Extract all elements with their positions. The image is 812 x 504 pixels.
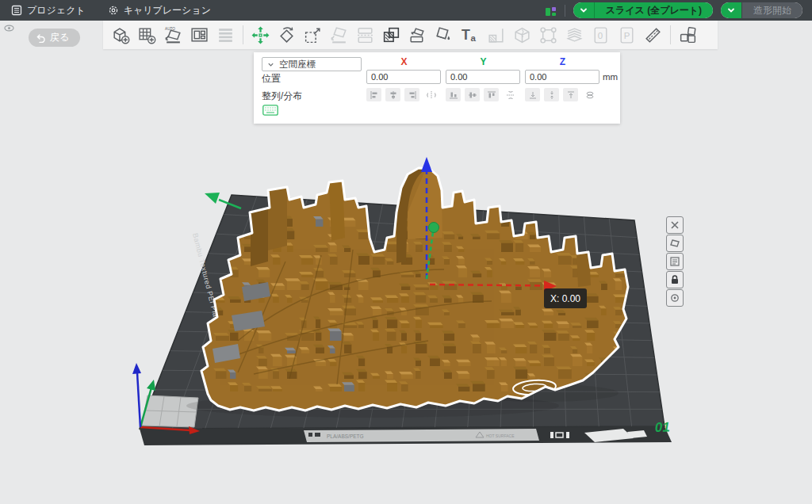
- plate-render-icon: [669, 292, 680, 304]
- position-y-input[interactable]: [446, 70, 520, 84]
- object-list-icon: [216, 25, 236, 45]
- variable-layer-height-icon: [565, 25, 584, 45]
- slice-dropdown-chevron[interactable]: [573, 2, 594, 18]
- menu-project[interactable]: プロジェクト: [0, 0, 97, 21]
- add-model-button[interactable]: [108, 23, 134, 47]
- slice-button[interactable]: スライス (全プレート): [573, 2, 713, 18]
- unit-label: mm: [603, 72, 618, 82]
- align-right-button[interactable]: [404, 88, 419, 101]
- add-plate-icon: [137, 25, 157, 45]
- rotate-button[interactable]: [274, 23, 300, 47]
- seam-paint-button[interactable]: [535, 23, 561, 47]
- flip-x-button[interactable]: [423, 88, 439, 101]
- doc-0-button[interactable]: 0: [588, 23, 614, 47]
- align-group-x: [366, 88, 439, 101]
- flip-x-icon: [427, 90, 436, 100]
- view-eye-button[interactable]: [2, 23, 15, 36]
- toolbar-divider: [243, 25, 243, 44]
- header-bar: プロジェクト キャリブレーション スライス (全プレート) 造形開始: [0, 0, 812, 21]
- text-tool-button[interactable]: Ta: [457, 23, 483, 47]
- lay-on-face-button[interactable]: [326, 23, 352, 47]
- assembly-icon: [678, 25, 698, 45]
- lock-icon: [669, 274, 680, 285]
- assembly-button[interactable]: [675, 23, 701, 47]
- text-tool-icon: Ta: [460, 25, 480, 45]
- align-front-button[interactable]: [446, 88, 461, 101]
- align-center-x-button[interactable]: [385, 88, 400, 101]
- chevron-down-icon: [267, 61, 274, 68]
- arrange-button[interactable]: [186, 23, 213, 47]
- calibration-icon: [108, 5, 119, 16]
- split-to-parts-button[interactable]: [509, 23, 535, 47]
- delete-plate-button[interactable]: [666, 216, 684, 234]
- back-button-label: 戻る: [50, 31, 69, 44]
- back-button[interactable]: 戻る: [29, 29, 80, 47]
- flip-y-button[interactable]: [503, 88, 518, 101]
- axis-header-z: Z: [525, 56, 600, 67]
- split-to-parts-icon: [512, 25, 532, 45]
- plate-status-icon[interactable]: [545, 5, 557, 17]
- gizmo-z-arrowhead[interactable]: [421, 157, 432, 172]
- align-left-button[interactable]: [366, 88, 381, 101]
- split-to-plates-button[interactable]: [352, 23, 378, 47]
- auto-orient-button[interactable]: AUTO: [160, 23, 186, 47]
- rotate-icon: [277, 25, 297, 45]
- align-back-button[interactable]: [484, 88, 499, 101]
- position-x-input[interactable]: [366, 70, 441, 84]
- modifier-icon: [486, 25, 506, 45]
- measure-button[interactable]: [640, 23, 666, 47]
- print-button[interactable]: 造形開始: [721, 2, 802, 18]
- flip-z-button[interactable]: [582, 88, 597, 101]
- svg-text:T: T: [462, 26, 470, 42]
- support-paint-icon: [408, 25, 427, 45]
- svg-text:0: 0: [598, 31, 603, 40]
- gizmo-y-back-arrowhead[interactable]: [205, 193, 220, 204]
- axis-header-x: X: [366, 56, 442, 67]
- align-center-x-icon: [389, 90, 398, 100]
- axis-header-y: Y: [446, 56, 521, 67]
- plate-strip-warning: HOT SURFACE: [486, 433, 515, 438]
- toolbar: AUTO Ta 0 P: [103, 21, 718, 49]
- align-bottom-button[interactable]: [525, 88, 540, 101]
- print-dropdown-chevron[interactable]: [721, 2, 741, 18]
- menu-calibration[interactable]: キャリブレーション: [97, 0, 222, 21]
- keyboard-icon: [262, 105, 278, 116]
- align-group-z: [525, 88, 597, 101]
- move-button[interactable]: [247, 23, 274, 47]
- plate-strip-text: PLA/ABS/PETG: [327, 433, 364, 439]
- modifier-button[interactable]: [483, 23, 509, 47]
- chevron-down-icon: [579, 6, 588, 15]
- support-paint-button[interactable]: [404, 23, 431, 47]
- align-center-z-button[interactable]: [544, 88, 559, 101]
- slice-button-label: スライス (全プレート): [594, 2, 713, 18]
- align-center-z-icon: [547, 90, 557, 100]
- align-bottom-icon: [528, 90, 538, 100]
- add-plate-button[interactable]: [134, 23, 160, 47]
- color-paint-button[interactable]: [431, 23, 457, 47]
- align-front-icon: [449, 90, 458, 100]
- gizmo-y-handle[interactable]: [429, 223, 439, 233]
- auto-orient-icon: AUTO: [163, 25, 183, 45]
- doc-p-button[interactable]: P: [614, 23, 640, 47]
- measure-icon: [643, 25, 663, 45]
- print-button-label: 造形開始: [741, 2, 802, 18]
- plate-corner-marker: [142, 395, 198, 427]
- undo-arrow-icon: [36, 33, 46, 43]
- orient-plate-button[interactable]: [666, 235, 684, 252]
- plate-render-button[interactable]: [666, 289, 684, 307]
- object-list-button[interactable]: [213, 23, 239, 47]
- color-paint-icon: [434, 25, 454, 45]
- toolbar-divider: [670, 25, 671, 44]
- header-divider: [565, 5, 565, 17]
- align-center-y-icon: [468, 90, 477, 100]
- lock-plate-button[interactable]: [666, 271, 684, 288]
- align-top-button[interactable]: [563, 88, 578, 101]
- align-center-y-button[interactable]: [465, 88, 480, 101]
- scale-button[interactable]: [300, 23, 326, 47]
- position-z-input[interactable]: [525, 70, 599, 84]
- coordinate-mode-select[interactable]: 空間座標: [262, 57, 362, 71]
- plate-settings-button[interactable]: [666, 253, 684, 270]
- lay-on-face-icon: [329, 25, 349, 45]
- clone-button[interactable]: [378, 23, 404, 47]
- variable-layer-height-button[interactable]: [561, 23, 588, 47]
